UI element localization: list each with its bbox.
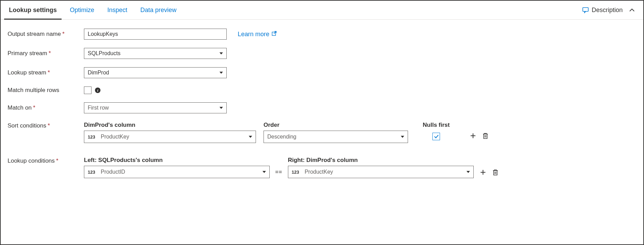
- delete-sort-condition-button[interactable]: [482, 132, 489, 140]
- lookup-left-value: ProductID: [101, 169, 262, 175]
- label-sort-conditions: Sort conditions*: [8, 122, 84, 129]
- required-asterisk: *: [47, 122, 50, 129]
- required-asterisk: *: [56, 157, 58, 164]
- sort-order-value: Descending: [267, 134, 401, 140]
- type-tag-numeric-icon: 123: [292, 170, 299, 175]
- type-tag-numeric-icon: 123: [88, 170, 95, 175]
- label-text: Primary stream: [8, 50, 47, 57]
- label-lookup-conditions: Lookup conditions*: [8, 157, 84, 164]
- match-on-select[interactable]: First row: [84, 102, 227, 113]
- caret-down-icon: [249, 136, 252, 138]
- type-tag-numeric-icon: 123: [88, 134, 95, 140]
- settings-tabs: Lookup settings Optimize Inspect Data pr…: [1, 1, 643, 20]
- sort-order-select[interactable]: Descending: [264, 131, 408, 143]
- lookup-right-select[interactable]: 123 ProductKey: [288, 166, 474, 178]
- row-output-stream-name: Output stream name* Learn more: [8, 29, 636, 40]
- svg-rect-0: [583, 8, 588, 11]
- lookup-left-header: Left: SQLProducts's column: [84, 157, 270, 164]
- caret-down-icon: [219, 72, 223, 74]
- caret-down-icon: [401, 136, 404, 138]
- required-asterisk: *: [33, 104, 35, 111]
- nulls-first-checkbox[interactable]: [432, 133, 440, 140]
- lookup-right-value: ProductKey: [304, 169, 466, 175]
- lookup-left-select[interactable]: 123 ProductID: [84, 166, 270, 178]
- sort-column-col: DimProd's column 123 ProductKey: [84, 122, 256, 143]
- sort-nulls-first-col: Nulls first: [416, 122, 457, 140]
- chevron-up-icon[interactable]: [629, 7, 635, 13]
- sort-conditions-grid: DimProd's column 123 ProductKey Order De…: [84, 122, 489, 143]
- comment-icon: [582, 7, 589, 13]
- label-text: Output stream name: [8, 31, 61, 37]
- label-match-on: Match on*: [8, 104, 84, 111]
- lookup-stream-select[interactable]: DimProd: [84, 67, 227, 78]
- settings-body: Output stream name* Learn more Primary s…: [1, 20, 643, 193]
- plus-icon: [480, 169, 486, 176]
- primary-stream-value: SQLProducts: [88, 50, 120, 57]
- lookup-conditions-grid: Left: SQLProducts's column 123 ProductID…: [84, 157, 499, 178]
- sort-order-header: Order: [264, 122, 408, 129]
- row-lookup-conditions: Lookup conditions* Left: SQLProducts's c…: [8, 157, 636, 178]
- match-on-value: First row: [88, 105, 109, 111]
- caret-down-icon: [219, 107, 223, 109]
- add-lookup-condition-button[interactable]: [479, 169, 487, 176]
- equals-operator: ==: [275, 157, 282, 175]
- row-sort-conditions: Sort conditions* DimProd's column 123 Pr…: [8, 122, 636, 143]
- tab-data-preview[interactable]: Data preview: [137, 1, 180, 19]
- label-text: Sort conditions: [8, 122, 46, 129]
- external-link-icon: [271, 31, 277, 38]
- sort-order-col: Order Descending: [264, 122, 408, 143]
- label-text: Lookup stream: [8, 69, 46, 76]
- row-lookup-stream: Lookup stream* DimProd: [8, 67, 636, 78]
- panel-header-right: Description: [582, 7, 638, 14]
- caret-down-icon: [262, 171, 266, 173]
- caret-down-icon: [219, 52, 223, 54]
- row-match-multiple-rows: Match multiple rows i: [8, 86, 636, 94]
- primary-stream-select[interactable]: SQLProducts: [84, 48, 227, 59]
- lookup-row-actions: [479, 157, 499, 176]
- description-label: Description: [592, 7, 623, 14]
- label-match-multiple-rows: Match multiple rows: [8, 87, 84, 94]
- sort-row-actions: [469, 132, 489, 140]
- sort-column-value: ProductKey: [101, 134, 249, 140]
- tab-inspect[interactable]: Inspect: [104, 1, 131, 19]
- row-primary-stream: Primary stream* SQLProducts: [8, 48, 636, 59]
- learn-more-link[interactable]: Learn more: [238, 31, 277, 38]
- required-asterisk: *: [62, 31, 65, 37]
- label-primary-stream: Primary stream*: [8, 50, 84, 57]
- required-asterisk: *: [49, 50, 51, 57]
- tab-optimize[interactable]: Optimize: [66, 1, 98, 19]
- lookup-right-header: Right: DimProd's column: [288, 157, 474, 164]
- info-icon[interactable]: i: [95, 88, 100, 93]
- label-text: Match multiple rows: [8, 87, 59, 93]
- lookup-right-col: Right: DimProd's column 123 ProductKey: [288, 157, 474, 178]
- sort-column-select[interactable]: 123 ProductKey: [84, 131, 256, 143]
- learn-more-label: Learn more: [238, 31, 269, 38]
- label-lookup-stream: Lookup stream*: [8, 69, 84, 76]
- label-text: Match on: [8, 104, 32, 111]
- label-text: Lookup conditions: [8, 157, 55, 164]
- output-stream-name-input[interactable]: [84, 29, 227, 40]
- caret-down-icon: [466, 171, 470, 173]
- add-sort-condition-button[interactable]: [469, 132, 477, 140]
- description-link[interactable]: Description: [582, 7, 623, 14]
- row-match-on: Match on* First row: [8, 102, 636, 113]
- label-output-stream-name: Output stream name*: [8, 31, 84, 38]
- required-asterisk: *: [47, 69, 50, 76]
- plus-icon: [470, 132, 476, 139]
- trash-icon: [492, 169, 498, 176]
- lookup-settings-panel: Lookup settings Optimize Inspect Data pr…: [0, 0, 644, 245]
- lookup-left-col: Left: SQLProducts's column 123 ProductID: [84, 157, 270, 178]
- tab-lookup-settings[interactable]: Lookup settings: [6, 1, 60, 19]
- match-multiple-rows-checkbox[interactable]: [84, 86, 92, 94]
- sort-column-header: DimProd's column: [84, 122, 256, 129]
- lookup-stream-value: DimProd: [88, 70, 109, 76]
- trash-icon: [482, 132, 489, 139]
- delete-lookup-condition-button[interactable]: [492, 169, 499, 176]
- sort-nulls-first-header: Nulls first: [416, 122, 457, 129]
